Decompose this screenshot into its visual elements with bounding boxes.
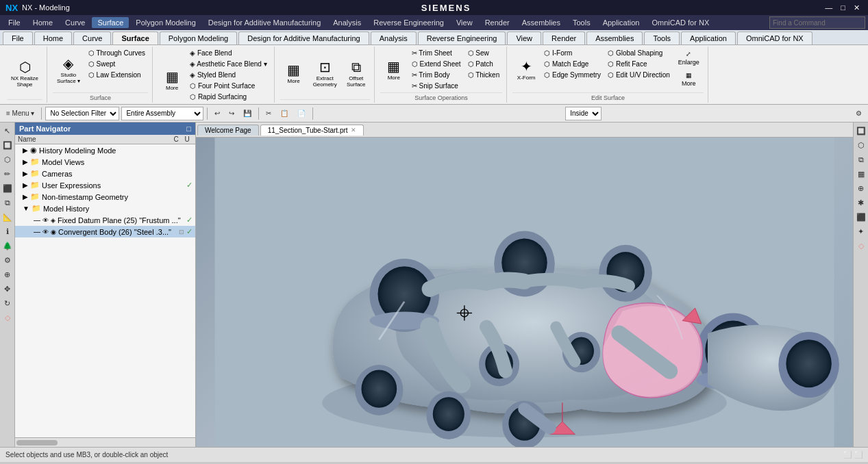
btn-refit-face[interactable]: ⬡ Refit Face [605, 59, 673, 69]
tab-section-tube[interactable]: 11_Section_Tube-Start.prt ✕ [260, 125, 364, 136]
btn-paste[interactable]: 📄 [294, 108, 309, 118]
menu-surface[interactable]: Surface [92, 17, 129, 28]
btn-xform[interactable]: ✦ X-Form [512, 48, 540, 92]
btn-offset-surface[interactable]: ⧉ OffsetSurface [343, 48, 370, 99]
tab-analysis[interactable]: Analysis [371, 31, 417, 44]
btn-copy[interactable]: 📋 [277, 108, 292, 118]
btn-redo[interactable]: ↪ [225, 108, 238, 118]
menu-file[interactable]: File [3, 17, 26, 28]
window-controls[interactable]: — □ ✕ [822, 3, 863, 12]
btn-global-shaping[interactable]: ⬡ Global Shaping [605, 48, 673, 58]
menu-home[interactable]: Home [27, 17, 58, 28]
tab-close-icon[interactable]: ✕ [351, 127, 356, 133]
menu-assemblies[interactable]: Assemblies [517, 17, 566, 28]
tab-render[interactable]: Render [543, 31, 585, 44]
maximize-btn[interactable]: □ [838, 3, 848, 12]
viewport[interactable] [196, 138, 853, 447]
btn-swept[interactable]: ⬡ Swept [86, 59, 148, 69]
tree-item-model-views[interactable]: ▶ 📁 Model Views [15, 156, 195, 168]
right-icon-6[interactable]: ✱ [854, 196, 868, 209]
tab-omnicad[interactable]: OmniCAD for NX [737, 31, 813, 44]
btn-more-blend[interactable]: ▦ More [158, 48, 186, 104]
command-search[interactable] [769, 16, 865, 29]
btn-four-point[interactable]: ⬡ Four Point Surface [187, 81, 270, 91]
icon-rotate[interactable]: ↻ [1, 296, 14, 310]
icon-snap[interactable]: ⊕ [1, 268, 14, 281]
scrollbar-thumb[interactable] [16, 440, 58, 446]
btn-aesthetic-face-blend[interactable]: ◈ Aesthetic Face Blend ▾ [187, 59, 270, 69]
menu-render[interactable]: Render [480, 17, 515, 28]
btn-save[interactable]: 💾 [240, 108, 255, 118]
right-icon-9[interactable]: ◇ [854, 239, 868, 253]
tab-reverse[interactable]: Reverse Engineering [418, 31, 506, 44]
btn-face-blend[interactable]: ◈ Face Blend [187, 48, 270, 58]
btn-extend-sheet[interactable]: ⬡ Extend Sheet [409, 59, 464, 69]
btn-rapid-surfacing[interactable]: ⬡ Rapid Surfacing [187, 92, 270, 102]
btn-studio-surface[interactable]: ◈ StudioSurface ▾ [53, 48, 84, 92]
menu-reverse[interactable]: Reverse Engineering [368, 17, 449, 28]
btn-law-extension[interactable]: ⬡ Law Extension [86, 70, 148, 80]
tree-item-convergent-body[interactable]: — 👁 ◉ Convergent Body (26) "Steel .3..."… [15, 226, 195, 237]
view-mode-select[interactable]: Inside [565, 107, 602, 120]
tree-item-nontimestamp[interactable]: ▶ 📁 Non-timestamp Geometry [15, 191, 195, 203]
btn-trim-sheet[interactable]: ✂ Trim Sheet [409, 48, 464, 58]
btn-undo[interactable]: ↩ [211, 108, 223, 118]
btn-match-edge[interactable]: ⬡ Match Edge [541, 59, 604, 69]
right-icon-7[interactable]: ⬛ [854, 210, 868, 224]
right-icon-3[interactable]: ⧉ [854, 153, 868, 166]
btn-edge-symmetry[interactable]: ⬡ Edge Symmetry [541, 70, 604, 80]
btn-edit-uv[interactable]: ⬡ Edit U/V Direction [605, 70, 673, 80]
btn-more-ops[interactable]: ▦ More [380, 48, 408, 92]
tab-home[interactable]: Home [34, 31, 72, 44]
tab-assemblies[interactable]: Assemblies [586, 31, 643, 44]
btn-more-extract[interactable]: ▦ More [280, 48, 308, 99]
btn-fill-surface[interactable]: ⬡ Fill Surface [187, 103, 270, 104]
btn-patch[interactable]: ⬡ Patch [465, 59, 503, 69]
tree-item-cameras[interactable]: ▶ 📁 Cameras [15, 168, 195, 179]
status-icon-1[interactable]: ⬜ [843, 451, 852, 459]
btn-extract-geometry[interactable]: ⊡ ExtractGeometry [309, 48, 341, 99]
menu-tools[interactable]: Tools [567, 17, 596, 28]
icon-cube[interactable]: ⬛ [1, 181, 14, 195]
menu-view[interactable]: View [451, 17, 478, 28]
tree-item-model-history[interactable]: ▼ 📁 Model History [15, 203, 195, 214]
right-icon-4[interactable]: ▦ [854, 167, 868, 181]
tab-surface[interactable]: Surface [112, 31, 158, 44]
icon-settings[interactable]: ⚙ [1, 253, 14, 267]
part-nav-expand[interactable]: □ [186, 125, 191, 133]
btn-snip-surface[interactable]: ✂ Snip Surface [409, 81, 464, 91]
tab-welcome[interactable]: Welcome Page [197, 125, 259, 136]
right-icon-1[interactable]: 🔲 [854, 124, 868, 138]
icon-measure[interactable]: 📐 [1, 210, 14, 224]
status-icon-2[interactable]: ⬜ [854, 451, 863, 459]
toolbar-menu[interactable]: ≡ Menu ▾ [3, 108, 38, 118]
tab-tools[interactable]: Tools [644, 31, 680, 44]
close-btn[interactable]: ✕ [851, 3, 863, 12]
menu-analysis[interactable]: Analysis [327, 17, 367, 28]
btn-iform[interactable]: ⬡ I-Form [541, 48, 604, 58]
icon-tree[interactable]: 🌲 [1, 239, 14, 253]
part-nav-scrollbar[interactable] [15, 437, 195, 447]
btn-nx-realize-shape[interactable]: ⬡ NX RealizeShape [7, 48, 42, 99]
selection-filter[interactable]: No Selection Filter [45, 107, 119, 120]
btn-through-curves[interactable]: ⬡ Through Curves [86, 48, 148, 58]
btn-thicken[interactable]: ⬡ Thicken [465, 70, 503, 80]
tab-file[interactable]: File [3, 31, 33, 44]
btn-cut[interactable]: ✂ [262, 108, 275, 118]
tab-curve[interactable]: Curve [73, 31, 111, 44]
tab-view[interactable]: View [507, 31, 541, 44]
icon-view2[interactable]: ⬡ [1, 153, 14, 166]
icon-selection[interactable]: ↖ [1, 124, 14, 138]
tree-item-history-mode[interactable]: ▶ ◉ History Modeling Mode [15, 144, 195, 156]
menu-polygon[interactable]: Polygon Modeling [130, 17, 201, 28]
menu-curve[interactable]: Curve [60, 17, 90, 28]
icon-diamond[interactable]: ◇ [1, 311, 14, 324]
icon-move[interactable]: ✥ [1, 282, 14, 296]
tab-polygon[interactable]: Polygon Modeling [160, 31, 237, 44]
btn-snap-options[interactable]: ⚙ [852, 108, 865, 118]
icon-view1[interactable]: 🔲 [1, 138, 14, 152]
tree-item-user-expr[interactable]: ▶ 📁 User Expressions ✓ [15, 179, 195, 191]
btn-trim-body[interactable]: ✂ Trim Body [409, 70, 464, 80]
btn-enlarge[interactable]: ⤢ Enlarge [674, 48, 704, 68]
right-icon-5[interactable]: ⊕ [854, 181, 868, 195]
